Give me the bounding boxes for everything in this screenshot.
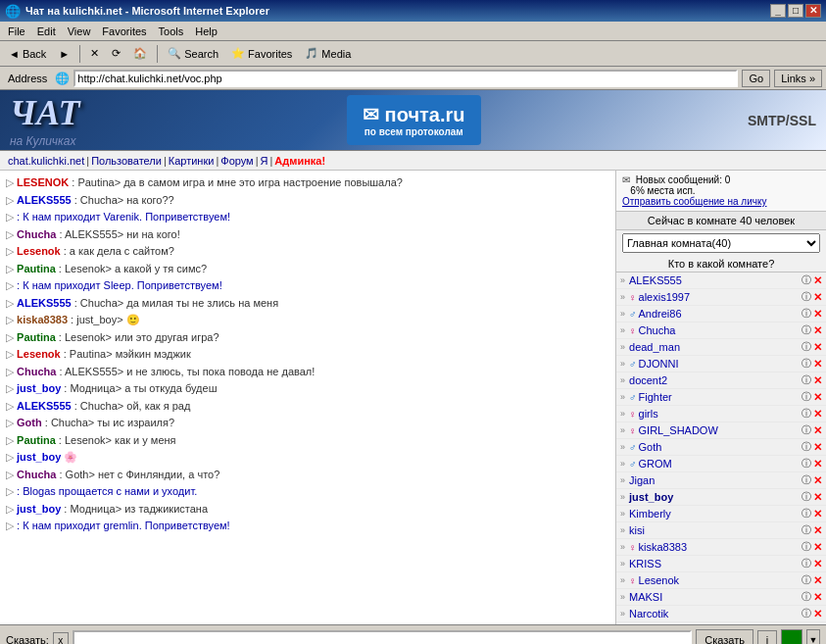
sender-name[interactable]: ALEKS555 [17, 194, 72, 206]
user-info-btn[interactable]: ⓘ [802, 523, 811, 537]
user-info-btn[interactable]: ⓘ [802, 507, 811, 520]
smile-btn[interactable]: i [757, 630, 777, 644]
home-btn[interactable]: 🏠 [128, 43, 152, 65]
back-btn[interactable]: ◄ Back [4, 43, 51, 65]
media-btn[interactable]: 🎵 Media [300, 43, 356, 65]
user-info-btn[interactable]: ⓘ [802, 590, 811, 604]
user-kick-btn[interactable]: ✕ [813, 308, 822, 321]
menu-help[interactable]: Help [189, 24, 223, 39]
user-kick-btn[interactable]: ✕ [813, 541, 822, 554]
window-controls[interactable]: _ □ ✕ [770, 4, 821, 18]
user-name[interactable]: just_boy [629, 491, 800, 503]
user-kick-btn[interactable]: ✕ [813, 391, 822, 404]
user-kick-btn[interactable]: ✕ [813, 291, 822, 304]
nav-pictures[interactable]: Картинки [169, 155, 215, 167]
user-info-btn[interactable]: ⓘ [802, 457, 811, 471]
user-name[interactable]: dead_man [629, 341, 800, 353]
user-kick-btn[interactable]: ✕ [813, 508, 822, 520]
go-btn[interactable]: Go [742, 70, 770, 87]
user-kick-btn[interactable]: ✕ [813, 324, 822, 337]
sender-name[interactable]: Chucha [17, 228, 56, 240]
favorites-btn[interactable]: ⭐ Favorites [226, 43, 297, 65]
sender-name[interactable]: just_boy [17, 503, 61, 515]
sender-name[interactable]: just_boy [17, 451, 61, 463]
user-kick-btn[interactable]: ✕ [813, 591, 822, 604]
user-kick-btn[interactable]: ✕ [813, 358, 822, 371]
search-btn[interactable]: 🔍 Search [163, 43, 223, 65]
user-info-btn[interactable]: ⓘ [802, 573, 811, 587]
say-input[interactable] [73, 630, 693, 644]
nav-forum[interactable]: Форум [220, 155, 253, 167]
forward-btn[interactable]: ► [54, 43, 74, 65]
address-input[interactable] [73, 70, 738, 87]
sender-name[interactable]: ALEKS555 [17, 400, 72, 412]
nav-site[interactable]: chat.kulichki.net [8, 155, 84, 167]
user-name[interactable]: alexis1997 [639, 291, 800, 303]
user-info-btn[interactable]: ⓘ [802, 307, 811, 321]
sender-name[interactable]: LESENOK [17, 176, 69, 188]
user-info-btn[interactable]: ⓘ [802, 473, 811, 487]
color-dropdown-arrow[interactable]: ▼ [806, 629, 820, 644]
say-close-btn[interactable]: x [53, 632, 69, 644]
menu-file[interactable]: File [2, 24, 31, 39]
user-name[interactable]: kisi [629, 524, 800, 536]
user-kick-btn[interactable]: ✕ [813, 374, 822, 387]
user-info-btn[interactable]: ⓘ [802, 440, 811, 454]
user-info-btn[interactable]: ⓘ [802, 407, 811, 421]
user-name[interactable]: KRISS [629, 558, 800, 570]
sender-name[interactable]: kiska8383 [17, 314, 68, 325]
sender-name[interactable]: ALEKS555 [17, 297, 72, 309]
user-info-btn[interactable]: ⓘ [802, 340, 811, 354]
user-kick-btn[interactable]: ✕ [813, 491, 822, 504]
user-name[interactable]: Goth [639, 441, 800, 453]
user-name[interactable]: GIRL_SHADOW [639, 424, 800, 436]
user-name[interactable]: Chucha [639, 324, 800, 336]
menu-edit[interactable]: Edit [31, 24, 62, 39]
user-name[interactable]: Jigan [629, 474, 800, 486]
user-kick-btn[interactable]: ✕ [813, 524, 822, 537]
maximize-btn[interactable]: □ [788, 4, 803, 18]
color-picker[interactable] [781, 629, 802, 644]
menu-tools[interactable]: Tools [153, 24, 190, 39]
user-name[interactable]: docent2 [629, 374, 800, 386]
sender-name[interactable]: Lesenok [17, 348, 61, 360]
sender-name[interactable]: Pautina [17, 263, 56, 274]
sender-name[interactable]: Pautina [17, 434, 56, 446]
sender-name[interactable]: just_boy [17, 382, 61, 394]
user-info-btn[interactable]: ⓘ [802, 607, 811, 620]
user-kick-btn[interactable]: ✕ [813, 274, 822, 287]
user-kick-btn[interactable]: ✕ [813, 474, 822, 487]
nav-admin[interactable]: Админка! [274, 155, 325, 167]
sender-name[interactable]: Chucha [17, 366, 56, 377]
user-name[interactable]: ALEKS555 [629, 274, 800, 286]
user-name[interactable]: DJONNI [639, 358, 800, 370]
user-name[interactable]: kiska8383 [639, 541, 800, 553]
links-btn[interactable]: Links » [774, 70, 822, 87]
user-name[interactable]: GROM [639, 458, 800, 470]
menu-favorites[interactable]: Favorites [96, 24, 152, 39]
user-kick-btn[interactable]: ✕ [813, 558, 822, 570]
user-name[interactable]: MAKSI [629, 591, 800, 603]
user-name[interactable]: Andrei86 [639, 308, 800, 320]
user-name[interactable]: Lesenok [639, 574, 800, 586]
sender-name[interactable]: Pautina [17, 331, 56, 343]
user-kick-btn[interactable]: ✕ [813, 441, 822, 454]
user-info-btn[interactable]: ⓘ [802, 540, 811, 554]
user-info-btn[interactable]: ⓘ [802, 557, 811, 570]
user-info-btn[interactable]: ⓘ [802, 490, 811, 504]
user-kick-btn[interactable]: ✕ [813, 608, 822, 620]
nav-me[interactable]: Я [261, 155, 268, 167]
refresh-btn[interactable]: ⟳ [107, 43, 125, 65]
user-name[interactable]: Kimberly [629, 508, 800, 520]
sender-name[interactable]: Chucha [17, 469, 56, 480]
stop-btn[interactable]: ✕ [85, 43, 104, 65]
say-btn[interactable]: Сказать [696, 629, 753, 644]
user-info-btn[interactable]: ⓘ [802, 273, 811, 287]
user-name[interactable]: Narcotik [629, 608, 800, 619]
sender-name[interactable]: Goth [17, 417, 42, 428]
user-kick-btn[interactable]: ✕ [813, 574, 822, 587]
banner-mail[interactable]: ✉ почта.ru по всем протоколам [347, 95, 480, 145]
user-info-btn[interactable]: ⓘ [802, 290, 811, 304]
user-kick-btn[interactable]: ✕ [813, 458, 822, 471]
nav-users[interactable]: Пользователи [91, 155, 162, 167]
